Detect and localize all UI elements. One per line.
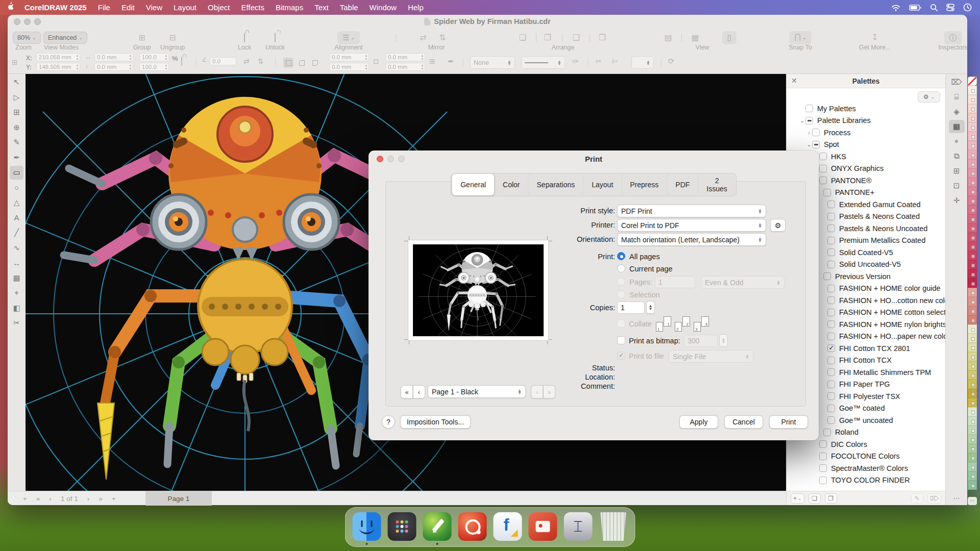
print-button[interactable]: Print xyxy=(769,415,808,429)
color-swatch[interactable] xyxy=(968,306,977,315)
flip-horizontal-icon[interactable]: ⇄ xyxy=(243,57,250,65)
color-swatch[interactable] xyxy=(968,334,977,343)
color-swatch[interactable] xyxy=(968,269,977,279)
color-swatch[interactable] xyxy=(968,462,977,471)
copies-stepper[interactable]: ▲▼ xyxy=(646,301,655,314)
color-swatch[interactable] xyxy=(968,481,977,490)
color-swatch[interactable] xyxy=(968,95,977,104)
color-swatch[interactable] xyxy=(968,389,977,398)
arrange-forward-icon[interactable]: ❑ xyxy=(573,33,580,43)
menu-object[interactable]: Object xyxy=(202,0,235,15)
first-preview-page-button[interactable]: « xyxy=(401,385,413,398)
palette-checkbox[interactable] xyxy=(819,453,827,460)
add-page-after-button[interactable]: + xyxy=(112,495,116,503)
color-swatch[interactable] xyxy=(968,260,977,269)
print-tab[interactable]: Layout xyxy=(583,174,621,195)
palette-checkbox[interactable] xyxy=(827,405,835,412)
inspectors-button[interactable]: ⓘ xyxy=(944,31,962,44)
palette-checkbox[interactable] xyxy=(827,368,835,376)
palette-checkbox[interactable] xyxy=(819,165,827,172)
color-swatch[interactable] xyxy=(968,297,977,306)
palette-checkbox[interactable] xyxy=(827,392,835,400)
palette-checkbox[interactable] xyxy=(827,224,835,232)
color-swatch[interactable] xyxy=(968,132,977,141)
dock-photo-paint-icon[interactable] xyxy=(458,512,487,541)
trash-icon[interactable]: ⌦ xyxy=(949,76,965,89)
zoom-level-dropdown[interactable]: 80%⌄ xyxy=(13,32,41,44)
apple-menu[interactable] xyxy=(0,0,19,15)
menu-effects[interactable]: Effects xyxy=(235,0,270,15)
scale-x-field[interactable]: 100.0▲▼ xyxy=(139,53,169,61)
chamfer-corner-button[interactable] xyxy=(310,58,320,68)
imposition-tools-button[interactable]: Imposition Tools... xyxy=(400,415,471,429)
corner-radius-1-field[interactable]: 0.0 mm▲▼ xyxy=(329,53,369,61)
palette-tree-row[interactable]: ⌄ Palette Libraries xyxy=(787,115,945,127)
zoom-window-button[interactable] xyxy=(34,18,41,25)
color-swatch[interactable] xyxy=(968,398,977,407)
palette-checkbox[interactable] xyxy=(827,309,835,316)
text-wrap-icon[interactable]: ✒ xyxy=(448,57,454,66)
unlock-icon[interactable] xyxy=(275,33,276,43)
color-swatch[interactable] xyxy=(968,223,977,233)
page-indicator[interactable]: 1 of 1 xyxy=(61,495,78,503)
ungroup-icon[interactable]: ⊟ xyxy=(169,33,176,43)
expander-icon[interactable]: ⌄ xyxy=(799,117,805,124)
shape-tool[interactable]: ▷ xyxy=(10,90,23,104)
new-palette-button[interactable]: +⌄ xyxy=(791,493,804,504)
page-view-button[interactable]: ▯ xyxy=(722,31,737,44)
line-style-dropdown[interactable]: ▲▼ xyxy=(521,56,565,69)
print-tab[interactable]: Separations xyxy=(528,174,583,195)
control-center-icon[interactable] xyxy=(946,4,954,11)
dock-coreldraw-icon[interactable] xyxy=(423,512,452,541)
palette-checkbox[interactable] xyxy=(827,333,835,340)
palette-checkbox[interactable] xyxy=(819,464,827,472)
color-swatch[interactable] xyxy=(968,251,977,260)
color-swatch[interactable] xyxy=(968,233,977,242)
corner-radius-2-field[interactable]: 0.0 mm▲▼ xyxy=(329,63,369,71)
properties-inspector-icon[interactable]: ⌸ xyxy=(949,90,965,104)
palette-checkbox[interactable] xyxy=(827,237,835,244)
color-swatch[interactable] xyxy=(968,86,977,95)
print-style-select[interactable]: PDF Print▲▼ xyxy=(617,205,766,217)
palette-checkbox[interactable] xyxy=(827,381,835,388)
dock-font-manager-icon[interactable] xyxy=(494,512,522,541)
palette-checkbox[interactable] xyxy=(827,296,835,304)
dock-trash-icon[interactable] xyxy=(599,512,628,541)
lock-icon[interactable] xyxy=(244,33,245,43)
menu-file[interactable]: File xyxy=(92,0,116,15)
palette-checkbox[interactable] xyxy=(819,177,827,184)
menu-window[interactable]: Window xyxy=(364,0,402,15)
get-more-icon[interactable]: ↧ xyxy=(871,33,878,43)
menu-text[interactable]: Text xyxy=(309,0,334,15)
group-icon[interactable]: ⊞ xyxy=(138,33,145,43)
pen-settings-icon[interactable]: ✑ xyxy=(572,57,579,66)
previous-preview-page-button[interactable]: ‹ xyxy=(413,385,425,398)
crop-tool[interactable]: ⊞ xyxy=(10,106,23,119)
arrange-front-icon[interactable]: ❏ xyxy=(519,33,526,43)
color-swatch[interactable] xyxy=(968,214,977,223)
color-swatch[interactable] xyxy=(968,242,977,251)
menu-table[interactable]: Table xyxy=(334,0,364,15)
corner-radius-3-field[interactable]: 0.0 mm▲▼ xyxy=(385,53,425,61)
color-swatch[interactable] xyxy=(968,178,977,187)
palette-checkbox[interactable] xyxy=(827,213,835,220)
palette-checkbox[interactable] xyxy=(827,248,835,256)
line-tool[interactable]: ╱ xyxy=(10,226,23,240)
rail-overflow-icon[interactable]: ⋯ xyxy=(946,494,967,502)
rotation-angle-field[interactable]: 0.0 xyxy=(210,57,236,65)
palette-overflow-button[interactable]: ⋯ xyxy=(968,497,977,505)
help-button[interactable]: ? xyxy=(382,415,395,429)
all-pages-radio[interactable] xyxy=(617,252,625,260)
color-swatch[interactable] xyxy=(968,141,977,150)
palette-checkbox[interactable] xyxy=(823,189,831,196)
dock-utility-app-icon[interactable]: ⌶ xyxy=(564,512,593,541)
orientation-select[interactable]: Match orientation (Letter, Landscape)▲▼ xyxy=(617,233,766,246)
palette-checkbox[interactable] xyxy=(827,285,835,292)
arrange-backward-icon[interactable]: ❒ xyxy=(599,33,606,43)
x-position-field[interactable]: 210.058 mm▲▼ xyxy=(36,53,80,61)
grid-icon[interactable]: ▦ xyxy=(691,33,699,43)
palette-tree-row[interactable]: ⌄ Spot xyxy=(787,139,945,151)
new-folder-button[interactable]: ❐ xyxy=(825,493,837,504)
object-height-field[interactable]: 0.0 mm▲▼ xyxy=(94,63,133,71)
palettes-inspector-icon[interactable]: ▦ xyxy=(949,120,965,133)
